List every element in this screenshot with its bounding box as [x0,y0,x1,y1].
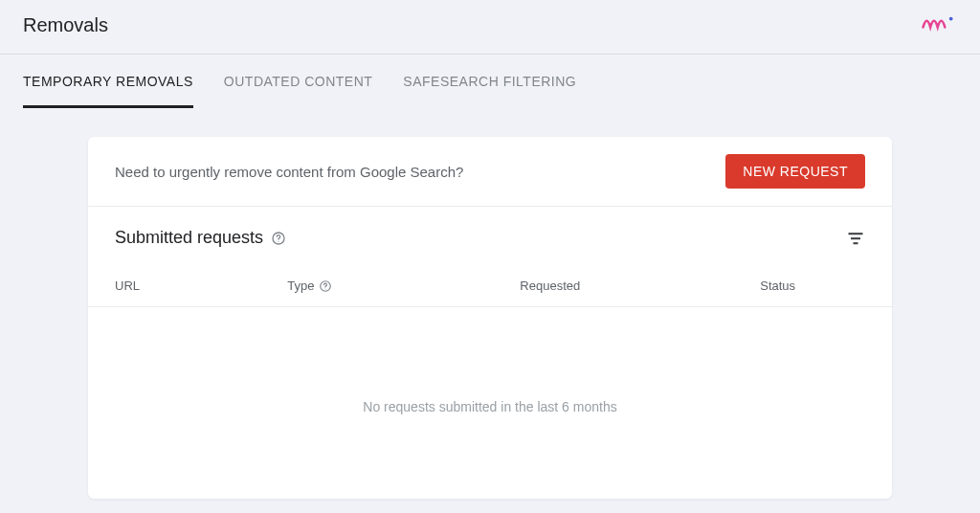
column-requested: Requested [520,279,760,293]
column-url: URL [115,279,287,293]
help-icon[interactable] [319,279,332,293]
svg-rect-4 [851,237,860,239]
svg-point-0 [949,17,953,21]
column-type-label: Type [287,279,314,293]
svg-rect-5 [854,242,858,244]
page-header: Removals [0,0,980,55]
page-title: Removals [23,14,108,36]
tabs-bar: TEMPORARY REMOVALS OUTDATED CONTENT SAFE… [0,55,980,108]
empty-state-message: No requests submitted in the last 6 mont… [88,307,892,499]
requests-title-wrap: Submitted requests [115,228,286,248]
new-request-button[interactable]: NEW REQUEST [725,154,865,189]
tab-safesearch-filtering[interactable]: SAFESEARCH FILTERING [403,55,576,108]
svg-point-7 [324,288,325,289]
tab-temporary-removals[interactable]: TEMPORARY REMOVALS [23,55,193,108]
requests-header: Submitted requests [88,207,892,257]
column-type: Type [287,279,520,293]
prompt-text: Need to urgently remove content from Goo… [115,164,463,180]
removals-card: Need to urgently remove content from Goo… [88,137,892,499]
brand-logo [921,11,957,38]
requests-title: Submitted requests [115,228,263,248]
help-icon[interactable] [271,231,286,246]
column-status: Status [760,279,865,293]
tab-outdated-content[interactable]: OUTDATED CONTENT [224,55,373,108]
svg-point-2 [278,240,279,241]
card-prompt-row: Need to urgently remove content from Goo… [88,137,892,207]
table-header-row: URL Type Requested Status [88,257,892,307]
content-area: Need to urgently remove content from Goo… [0,108,980,499]
filter-icon[interactable] [846,229,865,248]
svg-rect-3 [849,233,863,234]
